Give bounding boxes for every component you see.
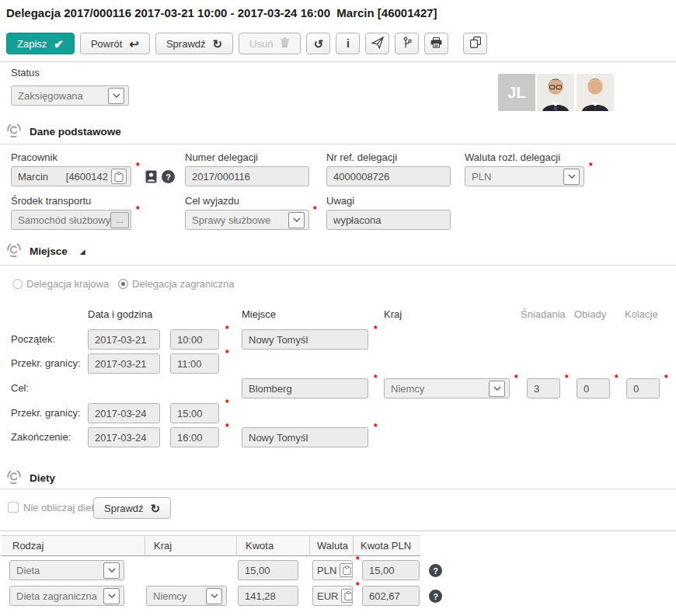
section-spinner-icon: [6, 123, 22, 141]
diet-currency-field-1[interactable]: PLN: [312, 560, 353, 580]
send-button[interactable]: [365, 33, 389, 54]
user-photo-2: [577, 74, 614, 111]
section-place-header[interactable]: Miejsce ◢: [6, 242, 85, 260]
waluta-rozl-value: PLN: [472, 171, 491, 183]
transport-value: Samochód służbowy: [18, 214, 110, 226]
save-button-label: Zapisz: [17, 38, 47, 50]
diet-amount-field-1[interactable]: 15,00: [238, 560, 298, 580]
zakonczenie-time-field[interactable]: 16:00: [170, 427, 219, 447]
zakonczenie-place: Nowy Tomyśl: [249, 432, 308, 444]
section-spinner-icon: [6, 469, 22, 487]
required-star: *: [225, 423, 229, 432]
toolbar: Zapisz ✔ Powrót ↩ Sprawdź ↻ Usuń ↺ i: [6, 33, 487, 54]
uwagi-field[interactable]: wypłacona: [326, 210, 451, 230]
przekr1-time-field[interactable]: 11:00: [170, 353, 219, 374]
row-zakonczenie-label: Zakończenie:: [11, 431, 71, 443]
save-button[interactable]: Zapisz ✔: [6, 33, 75, 54]
diet-type-1: Dieta: [16, 565, 40, 576]
transport-required-star: *: [136, 205, 140, 214]
section-place-title: Miejsce: [30, 245, 68, 257]
cel-wyjazdu-select[interactable]: Sprawy służbowe: [185, 210, 309, 230]
przekr2-time: 15:00: [177, 408, 203, 419]
check-button[interactable]: Sprawdź ↻: [155, 33, 233, 54]
required-star: *: [225, 325, 229, 334]
zakonczenie-date-field[interactable]: 2017-03-24: [88, 427, 160, 447]
nr-ref-field[interactable]: 4000008726: [326, 166, 451, 186]
dinner-count: 0: [633, 383, 639, 395]
status-select[interactable]: Zaksięgowana: [11, 85, 129, 106]
diet-currency-field-2[interactable]: EUR: [312, 586, 353, 606]
chevron-down-icon: [103, 562, 120, 579]
duplicate-button[interactable]: [463, 33, 487, 54]
poczatek-time-field[interactable]: 10:00: [170, 329, 219, 350]
transport-label: Środek transportu: [11, 195, 91, 207]
section-place-divider: [0, 265, 676, 266]
no-diets-checkbox[interactable]: [8, 502, 19, 513]
przekr2-date-field[interactable]: 2017-03-24: [88, 403, 160, 423]
diet-pln-field-1[interactable]: 15,00: [362, 560, 420, 580]
required-star: *: [225, 398, 229, 408]
delete-button-label: Usuń: [249, 38, 273, 50]
przekr2-time-field[interactable]: 15:00: [170, 403, 219, 423]
clipboard-picker-icon[interactable]: [341, 589, 353, 603]
copy-icon: [470, 37, 481, 50]
required-star: *: [225, 349, 229, 358]
waluta-rozl-select[interactable]: PLN: [465, 166, 584, 186]
diet-type-select-1[interactable]: Dieta: [9, 560, 124, 580]
diet-help-icon-1[interactable]: ?: [429, 564, 442, 577]
pracownik-required-star: *: [136, 162, 140, 171]
dinner-count-field[interactable]: 0: [626, 378, 660, 398]
diet-help-icon-2[interactable]: ?: [429, 590, 442, 603]
pracownik-help-icon[interactable]: ?: [162, 170, 175, 183]
diet-pln-field-2[interactable]: 602,67: [362, 586, 420, 606]
diets-check-button[interactable]: Sprawdź ↻: [93, 497, 171, 519]
lunch-count-field[interactable]: 0: [577, 378, 610, 398]
chevron-down-icon: [563, 169, 580, 185]
back-button[interactable]: Powrót ↩: [80, 33, 150, 54]
back-button-label: Powrót: [91, 38, 122, 50]
pracownik-name: Marcin: [18, 171, 48, 183]
row-poczatek-label: Początek:: [11, 333, 55, 345]
breakfast-count-field[interactable]: 3: [527, 378, 560, 398]
clipboard-picker-icon[interactable]: [340, 563, 353, 577]
radio-delegacja-krajowa[interactable]: [12, 279, 23, 289]
col-place-header: Miejsce: [242, 308, 276, 320]
back-arrow-icon: ↩: [129, 38, 139, 50]
pracownik-field[interactable]: Marcin [4600142: [11, 166, 131, 186]
transport-field[interactable]: Samochód służbowy ...: [11, 210, 131, 230]
section-spinner-icon: [6, 242, 22, 260]
refresh-icon: ↻: [213, 38, 223, 50]
diet-country-select-2[interactable]: Niemcy: [146, 586, 227, 606]
clipboard-picker-icon[interactable]: [111, 169, 127, 184]
diet-amount-field-2[interactable]: 141,28: [238, 586, 298, 606]
diet-type-2: Dieta zagraniczna: [16, 590, 97, 602]
col-breakfast-header: Śniadania: [521, 308, 566, 320]
workflow-button[interactable]: [395, 33, 419, 54]
history-button[interactable]: ↺: [306, 33, 330, 54]
required-star: *: [374, 423, 378, 432]
avatar-initials: JL: [498, 74, 535, 111]
przekr1-date-field[interactable]: 2017-03-21: [88, 353, 160, 374]
diet-type-select-2[interactable]: Dieta zagraniczna: [9, 586, 124, 606]
print-button[interactable]: [424, 33, 448, 54]
col-dinner-header: Kolacje: [625, 308, 658, 320]
zakonczenie-place-field[interactable]: Nowy Tomyśl: [242, 427, 368, 447]
diets-divider: [0, 531, 676, 531]
poczatek-date-field[interactable]: 2017-03-21: [88, 329, 160, 350]
browse-button[interactable]: ...: [110, 212, 129, 228]
info-icon: i: [347, 38, 350, 49]
pracownik-code: [4600142: [66, 171, 108, 183]
diet-pln-2: 602,67: [369, 590, 400, 602]
poczatek-place-field[interactable]: Nowy Tomyśl: [242, 329, 368, 350]
employee-card-button[interactable]: [145, 170, 157, 186]
required-star: *: [356, 581, 360, 590]
numer-delegacji-label: Numer delegacji: [185, 151, 258, 163]
numer-delegacji-field[interactable]: 2017/000116: [185, 166, 309, 186]
lunch-count: 0: [584, 383, 589, 395]
radio-delegacja-zagraniczna[interactable]: [118, 279, 128, 289]
delete-button[interactable]: Usuń: [239, 33, 301, 54]
col-lunch-header: Obiady: [574, 308, 606, 320]
cel-country-select[interactable]: Niemcy: [384, 378, 510, 398]
info-button[interactable]: i: [336, 33, 360, 54]
cel-place-field[interactable]: Blomberg: [242, 378, 368, 398]
